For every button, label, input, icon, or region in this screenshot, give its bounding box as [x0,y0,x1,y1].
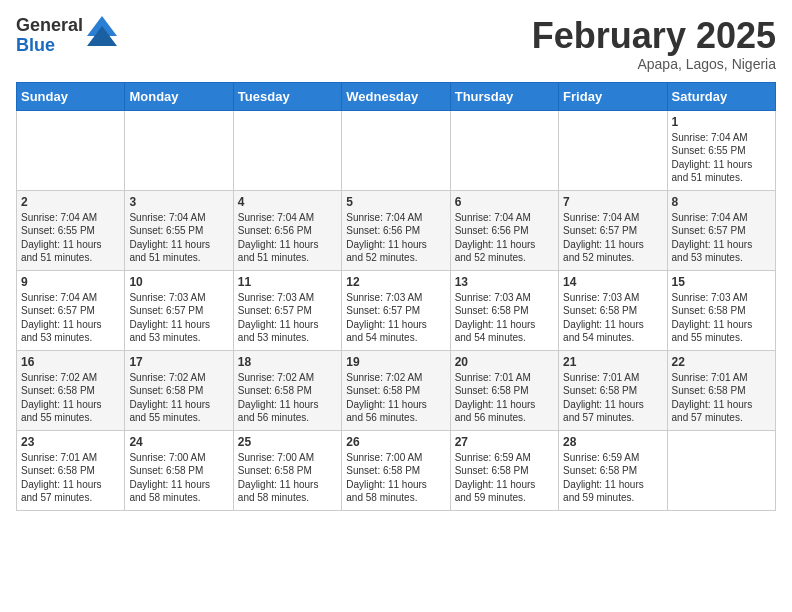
day-info: Sunrise: 7:04 AM Sunset: 6:57 PM Dayligh… [672,211,771,265]
day-cell: 14Sunrise: 7:03 AM Sunset: 6:58 PM Dayli… [559,270,667,350]
day-info: Sunrise: 7:03 AM Sunset: 6:57 PM Dayligh… [346,291,445,345]
weekday-header-wednesday: Wednesday [342,82,450,110]
page-header: General Blue February 2025 Apapa, Lagos,… [16,16,776,72]
day-cell [17,110,125,190]
weekday-header-friday: Friday [559,82,667,110]
day-info: Sunrise: 7:04 AM Sunset: 6:56 PM Dayligh… [455,211,554,265]
day-cell: 22Sunrise: 7:01 AM Sunset: 6:58 PM Dayli… [667,350,775,430]
day-info: Sunrise: 7:04 AM Sunset: 6:57 PM Dayligh… [563,211,662,265]
day-number: 25 [238,435,337,449]
day-number: 23 [21,435,120,449]
day-info: Sunrise: 7:01 AM Sunset: 6:58 PM Dayligh… [455,371,554,425]
week-row-2: 2Sunrise: 7:04 AM Sunset: 6:55 PM Daylig… [17,190,776,270]
day-info: Sunrise: 7:03 AM Sunset: 6:58 PM Dayligh… [563,291,662,345]
location-subtitle: Apapa, Lagos, Nigeria [532,56,776,72]
day-number: 26 [346,435,445,449]
week-row-4: 16Sunrise: 7:02 AM Sunset: 6:58 PM Dayli… [17,350,776,430]
day-cell: 20Sunrise: 7:01 AM Sunset: 6:58 PM Dayli… [450,350,558,430]
day-info: Sunrise: 7:02 AM Sunset: 6:58 PM Dayligh… [21,371,120,425]
day-number: 6 [455,195,554,209]
weekday-header-thursday: Thursday [450,82,558,110]
logo: General Blue [16,16,117,56]
day-cell: 21Sunrise: 7:01 AM Sunset: 6:58 PM Dayli… [559,350,667,430]
day-info: Sunrise: 7:04 AM Sunset: 6:57 PM Dayligh… [21,291,120,345]
day-info: Sunrise: 6:59 AM Sunset: 6:58 PM Dayligh… [455,451,554,505]
day-cell: 16Sunrise: 7:02 AM Sunset: 6:58 PM Dayli… [17,350,125,430]
day-info: Sunrise: 7:03 AM Sunset: 6:58 PM Dayligh… [455,291,554,345]
day-cell: 24Sunrise: 7:00 AM Sunset: 6:58 PM Dayli… [125,430,233,510]
day-number: 19 [346,355,445,369]
day-cell: 1Sunrise: 7:04 AM Sunset: 6:55 PM Daylig… [667,110,775,190]
day-info: Sunrise: 7:03 AM Sunset: 6:57 PM Dayligh… [238,291,337,345]
calendar-table: SundayMondayTuesdayWednesdayThursdayFrid… [16,82,776,511]
week-row-1: 1Sunrise: 7:04 AM Sunset: 6:55 PM Daylig… [17,110,776,190]
day-cell: 27Sunrise: 6:59 AM Sunset: 6:58 PM Dayli… [450,430,558,510]
day-cell: 13Sunrise: 7:03 AM Sunset: 6:58 PM Dayli… [450,270,558,350]
day-cell: 7Sunrise: 7:04 AM Sunset: 6:57 PM Daylig… [559,190,667,270]
weekday-header-tuesday: Tuesday [233,82,341,110]
logo-icon [87,16,117,46]
weekday-header-row: SundayMondayTuesdayWednesdayThursdayFrid… [17,82,776,110]
day-info: Sunrise: 7:01 AM Sunset: 6:58 PM Dayligh… [21,451,120,505]
day-info: Sunrise: 7:00 AM Sunset: 6:58 PM Dayligh… [238,451,337,505]
day-info: Sunrise: 7:01 AM Sunset: 6:58 PM Dayligh… [672,371,771,425]
day-number: 16 [21,355,120,369]
day-info: Sunrise: 7:02 AM Sunset: 6:58 PM Dayligh… [129,371,228,425]
day-number: 5 [346,195,445,209]
day-number: 10 [129,275,228,289]
day-info: Sunrise: 7:02 AM Sunset: 6:58 PM Dayligh… [346,371,445,425]
day-cell: 4Sunrise: 7:04 AM Sunset: 6:56 PM Daylig… [233,190,341,270]
day-info: Sunrise: 7:02 AM Sunset: 6:58 PM Dayligh… [238,371,337,425]
day-number: 28 [563,435,662,449]
day-cell [233,110,341,190]
day-number: 7 [563,195,662,209]
day-number: 21 [563,355,662,369]
day-cell: 26Sunrise: 7:00 AM Sunset: 6:58 PM Dayli… [342,430,450,510]
day-info: Sunrise: 7:01 AM Sunset: 6:58 PM Dayligh… [563,371,662,425]
day-cell: 25Sunrise: 7:00 AM Sunset: 6:58 PM Dayli… [233,430,341,510]
day-number: 9 [21,275,120,289]
day-cell [450,110,558,190]
day-cell: 9Sunrise: 7:04 AM Sunset: 6:57 PM Daylig… [17,270,125,350]
day-number: 20 [455,355,554,369]
day-cell: 11Sunrise: 7:03 AM Sunset: 6:57 PM Dayli… [233,270,341,350]
day-info: Sunrise: 7:04 AM Sunset: 6:55 PM Dayligh… [672,131,771,185]
day-number: 13 [455,275,554,289]
day-info: Sunrise: 7:04 AM Sunset: 6:55 PM Dayligh… [129,211,228,265]
day-cell: 8Sunrise: 7:04 AM Sunset: 6:57 PM Daylig… [667,190,775,270]
day-cell [342,110,450,190]
day-cell: 3Sunrise: 7:04 AM Sunset: 6:55 PM Daylig… [125,190,233,270]
day-info: Sunrise: 7:04 AM Sunset: 6:56 PM Dayligh… [238,211,337,265]
week-row-3: 9Sunrise: 7:04 AM Sunset: 6:57 PM Daylig… [17,270,776,350]
day-number: 17 [129,355,228,369]
day-info: Sunrise: 7:04 AM Sunset: 6:55 PM Dayligh… [21,211,120,265]
day-cell [559,110,667,190]
day-info: Sunrise: 7:03 AM Sunset: 6:57 PM Dayligh… [129,291,228,345]
day-cell: 18Sunrise: 7:02 AM Sunset: 6:58 PM Dayli… [233,350,341,430]
weekday-header-sunday: Sunday [17,82,125,110]
day-number: 4 [238,195,337,209]
day-cell: 17Sunrise: 7:02 AM Sunset: 6:58 PM Dayli… [125,350,233,430]
day-info: Sunrise: 7:00 AM Sunset: 6:58 PM Dayligh… [129,451,228,505]
day-cell: 10Sunrise: 7:03 AM Sunset: 6:57 PM Dayli… [125,270,233,350]
day-cell: 12Sunrise: 7:03 AM Sunset: 6:57 PM Dayli… [342,270,450,350]
day-cell: 6Sunrise: 7:04 AM Sunset: 6:56 PM Daylig… [450,190,558,270]
day-cell: 15Sunrise: 7:03 AM Sunset: 6:58 PM Dayli… [667,270,775,350]
day-number: 8 [672,195,771,209]
day-cell [125,110,233,190]
day-number: 11 [238,275,337,289]
month-title: February 2025 [532,16,776,56]
day-number: 22 [672,355,771,369]
weekday-header-saturday: Saturday [667,82,775,110]
day-cell: 2Sunrise: 7:04 AM Sunset: 6:55 PM Daylig… [17,190,125,270]
day-number: 12 [346,275,445,289]
day-number: 24 [129,435,228,449]
day-number: 15 [672,275,771,289]
day-number: 2 [21,195,120,209]
day-number: 27 [455,435,554,449]
day-info: Sunrise: 7:03 AM Sunset: 6:58 PM Dayligh… [672,291,771,345]
day-info: Sunrise: 7:04 AM Sunset: 6:56 PM Dayligh… [346,211,445,265]
day-cell [667,430,775,510]
day-number: 14 [563,275,662,289]
week-row-5: 23Sunrise: 7:01 AM Sunset: 6:58 PM Dayli… [17,430,776,510]
